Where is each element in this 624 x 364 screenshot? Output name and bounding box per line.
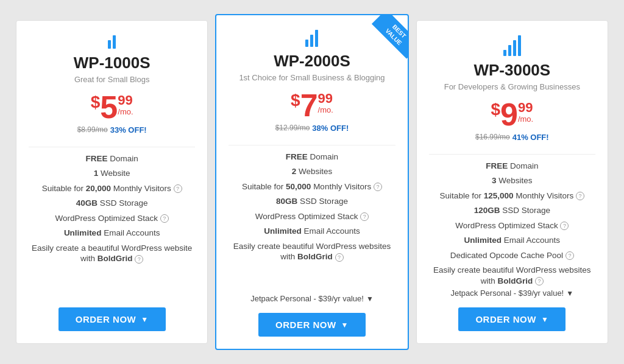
info-icon[interactable]: ? xyxy=(135,255,143,264)
price-discount: 41% OFF! xyxy=(512,133,549,142)
original-price-row: $12.99/mo38% OFF! xyxy=(275,124,349,133)
info-icon[interactable]: ? xyxy=(576,192,584,200)
original-price-row: $16.99/mo41% OFF! xyxy=(475,133,549,142)
section-divider xyxy=(229,145,395,145)
plan-card-wp-3000s: WP-3000SFor Developers & Growing Busines… xyxy=(416,20,608,345)
price-discount: 33% OFF! xyxy=(110,125,147,135)
feature-item: 120GB SSD Storage xyxy=(474,205,550,216)
section-divider xyxy=(429,154,595,155)
feature-item: Suitable for 125,000 Monthly Visitors ? xyxy=(440,191,584,201)
plan-card-wp-2000s: WP-2000S1st Choice for Small Business & … xyxy=(215,14,408,351)
plan-title: WP-1000S xyxy=(74,54,151,72)
order-now-button[interactable]: ORDER NOW▼ xyxy=(458,307,566,331)
feature-item: 3 Websites xyxy=(492,175,533,186)
plan-icon xyxy=(503,35,521,56)
feature-item: WordPress Optimized Stack ? xyxy=(455,220,569,231)
feature-item: Suitable for 50,000 Monthly Visitors ? xyxy=(242,181,382,192)
feature-item: Suitable for 20,000 Monthly Visitors ? xyxy=(42,183,182,194)
original-price: $8.99/mo xyxy=(77,125,108,134)
info-icon[interactable]: ? xyxy=(360,212,369,221)
feature-item: 1 Website xyxy=(94,168,130,179)
section-divider xyxy=(29,147,195,147)
jetpack-row: Jetpack Personal - $39/yr value! ▼ xyxy=(250,294,374,303)
plan-title: WP-2000S xyxy=(274,52,350,71)
plan-subtitle: Great for Small Blogs xyxy=(74,75,150,84)
info-icon[interactable]: ? xyxy=(160,214,169,223)
price-cents-mo: 99/mo. xyxy=(518,101,533,124)
plan-title: WP-3000S xyxy=(473,61,550,80)
feature-item: Unlimited Email Accounts xyxy=(64,228,160,239)
price-cents: 99 xyxy=(318,92,333,105)
price-cents: 99 xyxy=(518,101,533,114)
price-discount: 38% OFF! xyxy=(312,124,349,133)
price-row: $799/mo. xyxy=(291,89,333,121)
plan-subtitle: 1st Choice for Small Business & Blogging xyxy=(239,73,385,82)
info-icon[interactable]: ? xyxy=(335,253,344,262)
plan-subtitle: For Developers & Growing Businesses xyxy=(444,82,580,91)
info-icon[interactable]: ? xyxy=(560,222,569,230)
feature-item: 80GB SSD Storage xyxy=(276,196,348,207)
price-dollar: $ xyxy=(491,101,500,118)
price-cents-mo: 99/mo. xyxy=(118,94,133,117)
price-mo: /mo. xyxy=(118,107,133,117)
feature-item: FREE Domain xyxy=(286,152,338,163)
price-dollar: $ xyxy=(91,94,101,111)
plan-icon xyxy=(108,35,116,49)
order-now-label: ORDER NOW xyxy=(275,320,336,330)
order-now-button[interactable]: ORDER NOW▼ xyxy=(58,307,166,331)
jetpack-toggle[interactable]: ▼ xyxy=(366,295,374,303)
original-price: $16.99/mo xyxy=(475,133,510,141)
original-price-row: $8.99/mo33% OFF! xyxy=(77,125,147,135)
order-now-label: ORDER NOW xyxy=(475,314,536,324)
price-cents-mo: 99/mo. xyxy=(318,92,333,115)
features-list: FREE Domain1 WebsiteSuitable for 20,000 … xyxy=(29,153,195,298)
feature-item: Easily create a beautiful WordPress webs… xyxy=(29,243,195,264)
order-now-arrow-icon: ▼ xyxy=(541,315,548,324)
info-icon[interactable]: ? xyxy=(374,183,382,191)
price-mo: /mo. xyxy=(518,114,533,124)
info-icon[interactable]: ? xyxy=(174,184,182,193)
order-now-arrow-icon: ▼ xyxy=(141,315,148,324)
plan-icon xyxy=(305,30,318,47)
feature-item: Dedicated Opcode Cache Pool ? xyxy=(450,250,574,261)
feature-item: FREE Domain xyxy=(86,153,138,164)
feature-item: WordPress Optimized Stack ? xyxy=(255,211,369,222)
features-list: FREE Domain3 WebsitesSuitable for 125,00… xyxy=(429,161,595,287)
feature-item: Unlimited Email Accounts xyxy=(464,235,561,246)
order-now-button[interactable]: ORDER NOW▼ xyxy=(258,313,366,337)
price-row: $599/mo. xyxy=(91,91,133,123)
price-cents: 99 xyxy=(118,94,133,107)
feature-item: 40GB SSD Storage xyxy=(76,198,148,209)
best-value-ribbon xyxy=(359,15,408,64)
price-row: $999/mo. xyxy=(491,99,533,130)
feature-item: Easily create beautiful WordPress websit… xyxy=(229,241,395,262)
feature-item: Easily create beautiful WordPress websit… xyxy=(429,265,595,286)
info-icon[interactable]: ? xyxy=(566,251,574,260)
feature-item: WordPress Optimized Stack ? xyxy=(55,213,169,224)
order-now-label: ORDER NOW xyxy=(76,314,136,324)
features-list: FREE Domain2 WebsitesSuitable for 50,000… xyxy=(229,152,395,292)
jetpack-toggle[interactable]: ▼ xyxy=(566,289,573,298)
jetpack-row: Jetpack Personal - $39/yr value! ▼ xyxy=(451,289,574,298)
price-mo: /mo. xyxy=(318,105,333,115)
price-number: 5 xyxy=(100,91,118,123)
pricing-container: WP-1000SGreat for Small Blogs$599/mo.$8.… xyxy=(12,14,612,351)
price-number: 7 xyxy=(300,89,318,121)
info-icon[interactable]: ? xyxy=(535,277,544,285)
price-dollar: $ xyxy=(291,92,300,109)
feature-item: Unlimited Email Accounts xyxy=(264,226,360,237)
feature-item: FREE Domain xyxy=(486,161,538,172)
feature-item: 2 Websites xyxy=(292,166,333,177)
order-now-arrow-icon: ▼ xyxy=(341,321,349,329)
original-price: $12.99/mo xyxy=(275,124,310,132)
plan-card-wp-1000s: WP-1000SGreat for Small Blogs$599/mo.$8.… xyxy=(16,20,208,345)
price-number: 9 xyxy=(500,99,518,130)
